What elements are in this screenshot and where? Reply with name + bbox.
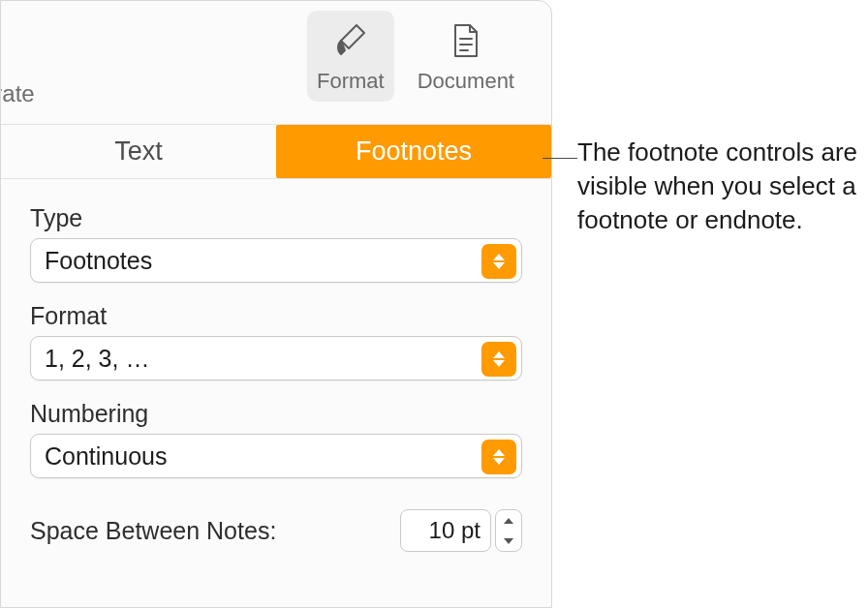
tab-text-label: Text [114, 137, 163, 167]
document-label: Document [418, 69, 514, 94]
content-area: Type Footnotes Format 1, 2, 3, … Numberi… [1, 179, 551, 577]
format-field-group: Format 1, 2, 3, … [30, 302, 522, 380]
space-stepper: 10 pt [400, 509, 522, 552]
chevron-down-icon [504, 538, 513, 544]
tab-text[interactable]: Text [1, 125, 276, 178]
numbering-value: Continuous [45, 442, 167, 471]
stepper-buttons [495, 509, 522, 552]
type-value: Footnotes [45, 247, 152, 275]
inspector-panel: orate Format [0, 0, 552, 608]
space-between-label: Space Between Notes: [30, 517, 276, 545]
dropdown-chevron-icon [481, 440, 516, 474]
format-label: Format [30, 302, 522, 330]
space-value: 10 pt [429, 517, 480, 544]
space-between-notes-row: Space Between Notes: 10 pt [30, 509, 522, 552]
space-value-input[interactable]: 10 pt [400, 509, 491, 552]
type-label: Type [30, 204, 522, 232]
numbering-label: Numbering [30, 400, 522, 428]
document-toolbar-button[interactable]: Document [408, 11, 524, 102]
tab-footnotes[interactable]: Footnotes [276, 125, 551, 178]
format-value: 1, 2, 3, … [45, 345, 149, 373]
type-field-group: Type Footnotes [30, 204, 522, 283]
stepper-down-button[interactable] [496, 531, 521, 551]
format-toolbar-button[interactable]: Format [307, 11, 394, 102]
document-icon [444, 18, 488, 63]
collaborate-partial-label: orate [0, 80, 35, 107]
paintbrush-icon [328, 18, 373, 63]
stepper-up-button[interactable] [496, 510, 521, 531]
tab-bar: Text Footnotes [1, 125, 551, 179]
dropdown-chevron-icon [481, 244, 516, 279]
numbering-field-group: Numbering Continuous [30, 400, 522, 478]
callout-leader-line [542, 158, 577, 159]
tab-footnotes-label: Footnotes [356, 137, 472, 167]
callout-text: The footnote controls are visible when y… [577, 136, 868, 237]
dropdown-chevron-icon [481, 342, 516, 377]
chevron-up-icon [504, 518, 513, 524]
numbering-dropdown[interactable]: Continuous [30, 434, 522, 478]
toolbar: orate Format [1, 1, 551, 125]
format-label: Format [317, 69, 385, 94]
format-dropdown[interactable]: 1, 2, 3, … [30, 336, 522, 380]
type-dropdown[interactable]: Footnotes [30, 238, 522, 283]
